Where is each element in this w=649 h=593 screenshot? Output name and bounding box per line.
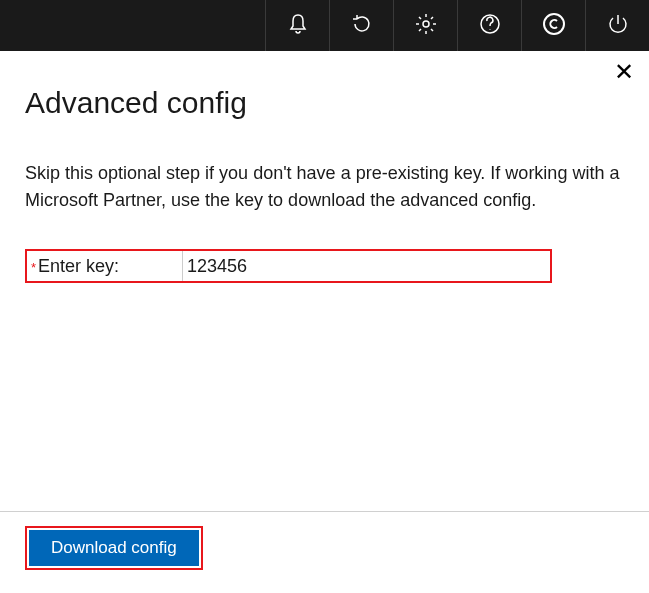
key-field-label: Enter key: — [38, 256, 119, 277]
topbar — [0, 0, 649, 51]
dialog-content: Advanced config Skip this optional step … — [0, 51, 649, 511]
field-label-wrap: * Enter key: — [27, 256, 182, 277]
gear-icon — [414, 12, 438, 40]
page-title: Advanced config — [25, 86, 624, 120]
close-icon: ✕ — [614, 58, 634, 85]
svg-point-0 — [423, 21, 429, 27]
notifications-button[interactable] — [265, 0, 329, 51]
dialog-description: Skip this optional step if you don't hav… — [25, 160, 624, 214]
download-button-highlight: Download config — [25, 526, 203, 570]
copyright-icon — [542, 12, 566, 40]
power-icon — [606, 12, 630, 40]
settings-button[interactable] — [393, 0, 457, 51]
refresh-button[interactable] — [329, 0, 393, 51]
key-field-row: * Enter key: — [25, 249, 552, 283]
dialog-footer: Download config — [0, 511, 649, 584]
download-config-button[interactable]: Download config — [29, 530, 199, 566]
svg-point-2 — [544, 14, 564, 34]
bell-icon — [286, 12, 310, 40]
power-button[interactable] — [585, 0, 649, 51]
copyright-button[interactable] — [521, 0, 585, 51]
refresh-icon — [350, 12, 374, 40]
required-indicator: * — [31, 260, 36, 275]
help-button[interactable] — [457, 0, 521, 51]
close-button[interactable]: ✕ — [614, 60, 634, 84]
key-input[interactable] — [182, 251, 550, 281]
help-icon — [478, 12, 502, 40]
